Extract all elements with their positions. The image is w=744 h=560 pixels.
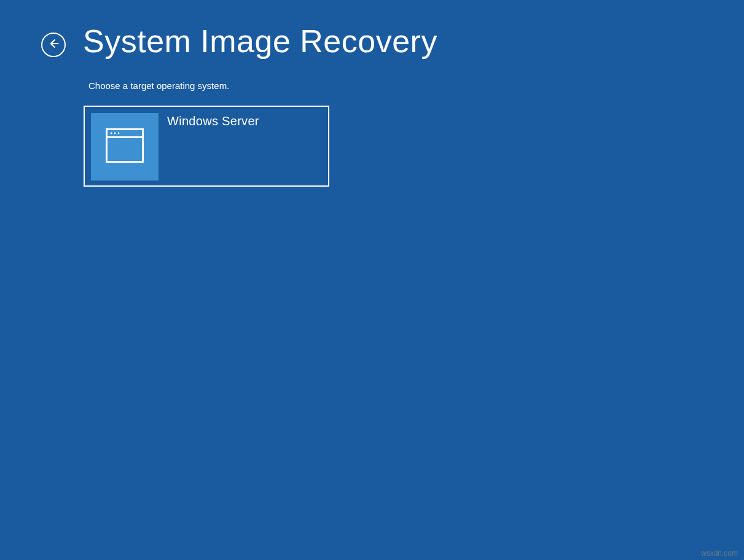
svg-rect-1 [107, 130, 143, 162]
back-button[interactable] [41, 33, 66, 57]
os-option-label: Windows Server [167, 114, 259, 128]
svg-point-4 [114, 133, 116, 134]
page-header: System Image Recovery [41, 23, 437, 60]
os-tile-icon-container [91, 113, 159, 181]
page-title: System Image Recovery [83, 23, 437, 60]
svg-point-3 [111, 133, 112, 134]
svg-point-5 [118, 133, 120, 134]
back-arrow-icon [47, 37, 60, 52]
window-icon [106, 128, 144, 165]
os-option-tile[interactable]: Windows Server [84, 106, 329, 187]
watermark-text: wsxdn.com [701, 549, 738, 558]
instruction-text: Choose a target operating system. [88, 80, 229, 91]
